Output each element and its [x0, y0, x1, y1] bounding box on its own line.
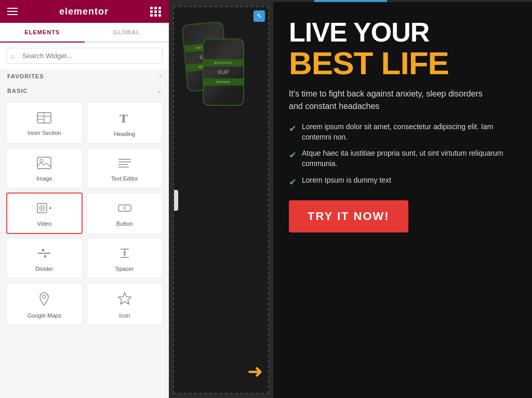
- tab-global[interactable]: GLOBAL: [85, 23, 169, 42]
- list-item: ✔ Atque haec ita iustitiae propria sunt,…: [289, 148, 516, 169]
- elementor-logo: elementor: [59, 6, 109, 17]
- arrow-graphic: ➜: [247, 361, 263, 382]
- can-front-bottom: NATURAL: [204, 78, 243, 86]
- basic-section-header[interactable]: BASIC ⌄: [0, 84, 169, 98]
- can-front-text: KUP: [215, 66, 232, 78]
- widget-inner-section[interactable]: Inner Section: [6, 102, 83, 144]
- heading-label: Heading: [114, 131, 135, 137]
- sidebar-tabs: ELEMENTS GLOBAL: [0, 23, 169, 43]
- content-area: ✎ NATURAL STIC NATURAL NATURAL KUP NATUR…: [169, 0, 532, 398]
- hero-text-content: LIVE YOUR BEST LIFE It's time to fight b…: [273, 2, 532, 398]
- list-item: ✔ Lorem Ipsum is dummy text: [289, 175, 516, 189]
- can-front: NATURAL KUP NATURAL: [203, 38, 244, 106]
- checklist-item-1: Lorem ipsum dolor sit amet, consectetur …: [302, 122, 516, 142]
- canvas-wrapper: ✎ NATURAL STIC NATURAL NATURAL KUP NATUR…: [169, 2, 532, 398]
- svg-marker-12: [49, 207, 51, 210]
- spacer-icon: [117, 247, 132, 262]
- google-maps-label: Google Maps: [28, 312, 61, 319]
- widget-icon[interactable]: Icon: [87, 283, 163, 325]
- icon-widget-label: Icon: [119, 312, 130, 319]
- widget-spacer[interactable]: Spacer: [87, 238, 163, 279]
- widget-heading[interactable]: T Heading: [87, 102, 163, 144]
- inner-section-label: Inner Section: [28, 130, 61, 136]
- divider-label: Divider: [35, 266, 53, 272]
- checklist: ✔ Lorem ipsum dolor sit amet, consectetu…: [289, 122, 516, 189]
- search-bar: [0, 43, 169, 69]
- svg-marker-23: [123, 254, 126, 256]
- video-label: Video: [37, 221, 51, 227]
- widget-google-maps[interactable]: Google Maps: [6, 283, 83, 325]
- divider-icon: [37, 247, 51, 262]
- widget-button[interactable]: Button: [87, 193, 163, 234]
- widget-divider[interactable]: Divider: [6, 238, 83, 279]
- svg-point-24: [43, 295, 46, 298]
- video-icon: [37, 202, 51, 216]
- checklist-item-2: Atque haec ita iustitiae propria sunt, u…: [302, 148, 516, 169]
- favorites-section-header[interactable]: FAVORITES ›: [0, 69, 169, 84]
- apps-grid-icon[interactable]: [150, 7, 162, 17]
- cta-button[interactable]: TRY IT NOW!: [289, 200, 408, 232]
- can-front-label: NATURAL: [204, 59, 243, 66]
- product-panel: ✎ NATURAL STIC NATURAL NATURAL KUP NATUR…: [173, 6, 269, 394]
- cans-container: NATURAL STIC NATURAL NATURAL KUP NATURAL…: [174, 7, 268, 393]
- image-label: Image: [36, 175, 52, 182]
- svg-point-6: [40, 159, 43, 162]
- spacer-label: Spacer: [115, 266, 134, 272]
- inner-section-icon: [37, 112, 51, 126]
- headline-line1: LIVE YOUR: [289, 18, 516, 47]
- checklist-item-3: Lorem Ipsum is dummy text: [302, 175, 391, 186]
- image-icon: [37, 157, 51, 171]
- check-icon-2: ✔: [289, 149, 297, 162]
- svg-rect-5: [37, 157, 51, 169]
- text-editor-icon: [117, 157, 132, 171]
- button-label: Button: [116, 221, 133, 227]
- svg-marker-18: [44, 255, 46, 257]
- search-input[interactable]: [6, 48, 163, 64]
- widget-text-editor[interactable]: Text Editor: [87, 148, 163, 188]
- collapse-chevron-icon[interactable]: ‹: [173, 190, 178, 211]
- widget-image[interactable]: Image: [6, 148, 83, 188]
- sidebar-header: elementor: [0, 0, 169, 23]
- sidebar: elementor ELEMENTS GLOBAL FAVORITES › BA…: [0, 0, 169, 398]
- check-icon-3: ✔: [289, 176, 297, 189]
- hamburger-icon[interactable]: [7, 8, 18, 15]
- tab-elements[interactable]: ELEMENTS: [0, 23, 85, 43]
- check-icon-1: ✔: [289, 122, 297, 135]
- svg-marker-14: [41, 207, 44, 209]
- svg-text:T: T: [119, 112, 128, 125]
- svg-marker-25: [118, 293, 131, 304]
- icon-widget-icon: [117, 292, 132, 308]
- heading-icon: T: [118, 111, 131, 127]
- widgets-grid: Inner Section T Heading Image: [0, 98, 169, 330]
- svg-rect-15: [118, 205, 131, 211]
- svg-marker-17: [42, 249, 44, 251]
- svg-marker-22: [123, 251, 126, 253]
- basic-arrow-icon: ⌄: [157, 88, 162, 94]
- list-item: ✔ Lorem ipsum dolor sit amet, consectetu…: [289, 122, 516, 142]
- widget-video[interactable]: Video: [6, 193, 83, 234]
- button-icon: [117, 202, 132, 216]
- edit-pencil-icon[interactable]: ✎: [254, 10, 265, 22]
- headline-line2: BEST LIFE: [289, 47, 516, 79]
- basic-label: BASIC: [7, 88, 28, 94]
- google-maps-icon: [37, 292, 51, 308]
- favorites-label: FAVORITES: [7, 73, 44, 79]
- hero-subtext: It's time to fight back against anxiety,…: [289, 88, 486, 113]
- favorites-arrow-icon: ›: [159, 74, 162, 79]
- text-editor-label: Text Editor: [111, 175, 138, 182]
